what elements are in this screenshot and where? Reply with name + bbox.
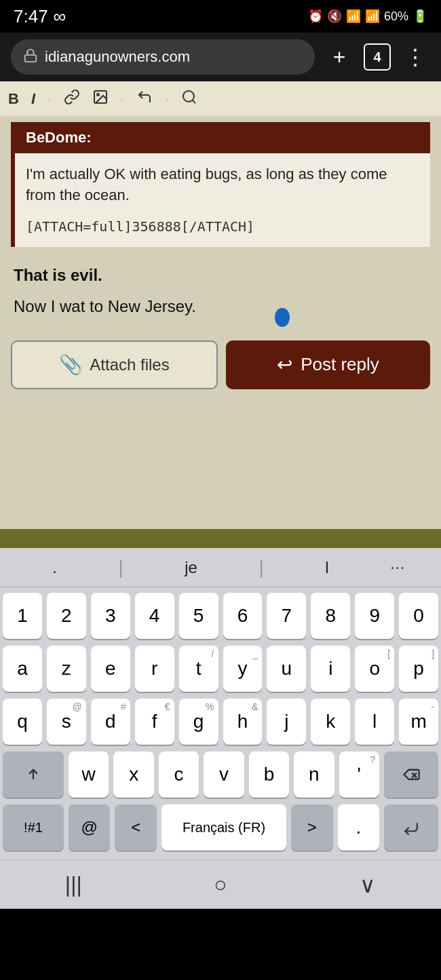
bold-button[interactable]: B — [8, 90, 19, 108]
content-area: B I · · · BeDome: — [0, 81, 441, 529]
back-button[interactable]: ||| — [46, 872, 100, 897]
key-m[interactable]: -m — [399, 699, 438, 745]
key-6[interactable]: 6 — [223, 593, 263, 639]
time-display: 7:47 — [14, 6, 48, 27]
key-x[interactable]: x — [113, 751, 153, 798]
key-f[interactable]: €f — [135, 699, 174, 745]
keyboard-row-bottom: !#1 @ < Français (FR) > . — [3, 804, 438, 850]
recents-button[interactable]: ∨ — [341, 872, 395, 898]
key-l[interactable]: l — [355, 699, 394, 745]
link-button[interactable] — [64, 89, 80, 109]
suggest-je[interactable]: je — [168, 554, 214, 581]
key-9[interactable]: 9 — [355, 593, 394, 639]
key-q[interactable]: q — [3, 699, 42, 745]
keyboard-suggestions: . | je | l ··· — [0, 548, 441, 587]
keyboard-row-shift: w x c v b n ?' — [3, 751, 438, 798]
key-u[interactable]: u — [267, 646, 306, 692]
svg-point-4 — [183, 91, 194, 102]
key-3[interactable]: 3 — [91, 593, 130, 639]
home-button[interactable]: ○ — [193, 872, 248, 897]
key-0[interactable]: 0 — [399, 593, 438, 639]
quote-attachment: [ATTACH=full]356888[/ATTACH] — [26, 217, 419, 236]
tab-count[interactable]: 4 — [364, 43, 391, 71]
key-w[interactable]: w — [69, 751, 109, 798]
italic-button[interactable]: I — [31, 90, 35, 108]
alarm-icon: ⏰ — [308, 9, 323, 24]
key-5[interactable]: 5 — [179, 593, 218, 639]
period-key[interactable]: . — [338, 804, 379, 850]
key-1[interactable]: 1 — [3, 593, 42, 639]
prev-lang-key[interactable]: < — [115, 804, 156, 850]
svg-point-3 — [97, 94, 99, 96]
next-lang-key[interactable]: > — [291, 804, 332, 850]
key-g[interactable]: %g — [179, 699, 218, 745]
browser-menu-button[interactable]: ⋮ — [400, 44, 430, 70]
key-s[interactable]: @s — [47, 699, 86, 745]
key-2[interactable]: 2 — [47, 593, 86, 639]
svg-rect-0 — [25, 55, 37, 62]
reply-line1: That is evil. — [14, 263, 427, 288]
key-n[interactable]: n — [294, 751, 334, 798]
enter-key[interactable] — [384, 804, 438, 850]
svg-point-1 — [26, 52, 28, 54]
editor-actions-row: 📎 Attach files ↩ Post reply — [0, 334, 441, 403]
post-reply-button[interactable]: ↩ Post reply — [226, 340, 430, 389]
shift-key[interactable] — [3, 751, 64, 798]
paperclip-icon: 📎 — [59, 353, 83, 376]
section-divider — [0, 529, 441, 548]
key-v[interactable]: v — [204, 751, 244, 798]
key-t[interactable]: /t — [179, 646, 218, 692]
key-z[interactable]: z — [47, 646, 86, 692]
backspace-key[interactable] — [384, 751, 438, 798]
svg-line-5 — [192, 100, 195, 102]
suggest-sep1: | — [118, 557, 123, 579]
key-e[interactable]: e — [91, 646, 130, 692]
symbols-key[interactable]: !#1 — [3, 804, 64, 850]
key-o[interactable]: [o — [355, 646, 394, 692]
quote-block: BeDome: I'm actually OK with eating bugs… — [11, 122, 430, 247]
key-j[interactable]: j — [267, 699, 306, 745]
key-4[interactable]: 4 — [135, 593, 174, 639]
suggest-sep2: | — [258, 557, 263, 579]
attach-files-button[interactable]: 📎 Attach files — [11, 340, 218, 389]
image-button[interactable] — [92, 89, 109, 109]
keyboard: 1 2 3 4 5 6 7 8 9 0 a z e r /t _y u i [o… — [0, 587, 441, 860]
key-i[interactable]: i — [311, 646, 350, 692]
wifi-icon: 📶 — [346, 9, 361, 24]
toolbar-sep2: · — [121, 91, 125, 106]
add-tab-button[interactable]: + — [324, 45, 354, 70]
key-k[interactable]: k — [311, 699, 350, 745]
signal-icon: 📶 — [365, 9, 380, 24]
key-a[interactable]: a — [3, 646, 42, 692]
key-b[interactable]: b — [249, 751, 289, 798]
quote-text: I'm actually OK with eating bugs, as lon… — [26, 165, 387, 203]
suggest-more-button[interactable]: ··· — [390, 557, 405, 578]
voicemail-icon: ∞ — [54, 6, 66, 27]
key-d[interactable]: #d — [91, 699, 130, 745]
url-bar[interactable]: idianagunowners.com — [11, 39, 315, 75]
reply-text-area[interactable]: That is evil. Now I wat to New Jersey. — [0, 252, 441, 334]
status-time: 7:47 ∞ — [14, 6, 66, 27]
battery-display: 60% — [384, 9, 408, 24]
key-p[interactable]: ]p — [399, 646, 438, 692]
key-8[interactable]: 8 — [311, 593, 350, 639]
keyboard-row-numbers: 1 2 3 4 5 6 7 8 9 0 — [3, 593, 438, 639]
suggest-l[interactable]: l — [309, 554, 345, 581]
space-key[interactable]: Français (FR) — [161, 804, 286, 850]
url-security-icon — [23, 48, 38, 66]
search-toolbar-button[interactable] — [181, 89, 197, 109]
key-c[interactable]: c — [159, 751, 199, 798]
toolbar-sep1: · — [47, 91, 52, 106]
status-icons: ⏰ 🔇 📶 📶 60% 🔋 — [308, 9, 427, 24]
reply-arrow-icon: ↩ — [277, 353, 292, 376]
key-7[interactable]: 7 — [267, 593, 306, 639]
at-key[interactable]: @ — [69, 804, 110, 850]
key-apostrophe[interactable]: ?' — [339, 751, 379, 798]
quote-author: BeDome: — [15, 122, 430, 153]
undo-button[interactable] — [136, 89, 153, 109]
key-h[interactable]: &h — [223, 699, 263, 745]
key-r[interactable]: r — [135, 646, 174, 692]
key-y[interactable]: _y — [223, 646, 263, 692]
keyboard-row-azerty: a z e r /t _y u i [o ]p — [3, 646, 438, 692]
suggest-dot[interactable]: . — [36, 554, 73, 581]
